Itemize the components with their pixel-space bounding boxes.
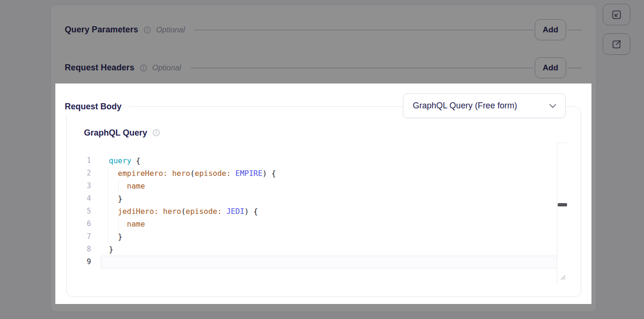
code-token-plain xyxy=(109,220,127,228)
dim-overlay-top xyxy=(0,0,644,84)
line-number: 4 xyxy=(76,192,91,205)
code-token-plain xyxy=(109,194,118,203)
code-line[interactable]: empireHero: hero(episode: EMPIRE) { xyxy=(101,167,567,180)
chevron-down-icon xyxy=(549,104,556,108)
code-token-plain xyxy=(109,182,127,190)
page-background: { "sections": { "query_params": { "title… xyxy=(0,0,644,319)
code-line[interactable] xyxy=(101,256,567,268)
line-number: 5 xyxy=(76,205,91,218)
code-line[interactable]: } xyxy=(101,192,567,205)
body-type-select[interactable]: GraphQL Query (Free form) xyxy=(403,93,566,118)
code-token-property: hero xyxy=(163,207,182,216)
code-token-plain xyxy=(159,207,163,216)
code-token-plain xyxy=(131,156,136,165)
code-token-punct: } xyxy=(118,232,122,241)
code-token-enum: EMPIRE xyxy=(235,169,263,178)
line-number: 9 xyxy=(76,256,91,268)
line-number: 3 xyxy=(76,180,91,192)
code-token-punct: ( xyxy=(190,169,195,178)
graphql-query-label-row: GraphQL Query xyxy=(84,128,160,138)
line-number: 2 xyxy=(76,167,91,180)
dim-overlay-bottom xyxy=(0,304,644,319)
code-token-plain xyxy=(109,232,118,241)
code-token-punct: ) xyxy=(263,169,267,178)
editor-gutter: 123456789 xyxy=(76,154,91,268)
code-token-plain xyxy=(109,207,118,216)
scrollbar-thumb[interactable] xyxy=(558,203,567,206)
section-request-body: Request Body GraphQL Query 123456789 que… xyxy=(66,106,581,297)
editor-scrollbar[interactable] xyxy=(557,143,567,283)
graphql-query-label: GraphQL Query xyxy=(84,128,147,138)
code-token-plain xyxy=(167,169,172,178)
code-token-plain xyxy=(109,169,118,178)
code-line[interactable]: name xyxy=(101,218,567,230)
request-body-title-text: Request Body xyxy=(65,102,121,112)
dim-overlay-right xyxy=(591,84,644,304)
resize-handle-icon[interactable] xyxy=(560,273,566,282)
code-token-property: episode: xyxy=(186,207,222,216)
code-line[interactable]: jediHero: hero(episode: JEDI) { xyxy=(101,205,567,218)
code-token-punct: ( xyxy=(181,207,186,216)
code-token-property: jediHero: xyxy=(118,207,159,216)
body-type-selected-value: GraphQL Query (Free form) xyxy=(413,101,517,111)
dim-overlay-left xyxy=(0,84,55,304)
code-line[interactable]: } xyxy=(101,243,567,256)
code-token-punct: { xyxy=(272,169,276,178)
code-token-punct: } xyxy=(109,245,114,254)
code-token-enum: JEDI xyxy=(226,207,244,216)
code-token-plain xyxy=(249,207,254,216)
code-token-property: episode: xyxy=(195,169,231,178)
code-token-punct: { xyxy=(136,156,141,165)
code-token-property: name xyxy=(127,182,145,190)
graphql-query-editor[interactable]: 123456789 query { empireHero: hero(episo… xyxy=(76,143,567,283)
code-token-punct: { xyxy=(253,207,258,216)
code-token-property: name xyxy=(127,220,145,228)
code-line[interactable]: query { xyxy=(101,154,567,167)
code-line[interactable]: } xyxy=(101,230,567,243)
code-line[interactable]: name xyxy=(101,180,567,192)
code-token-keyword: query xyxy=(109,156,131,165)
line-number: 7 xyxy=(76,230,91,243)
line-number: 1 xyxy=(76,154,91,167)
editor-code[interactable]: query { empireHero: hero(episode: EMPIRE… xyxy=(101,154,567,268)
line-number: 8 xyxy=(76,243,91,256)
code-token-punct: } xyxy=(118,194,122,203)
code-token-plain xyxy=(231,169,235,178)
info-icon[interactable] xyxy=(152,129,160,137)
line-number: 6 xyxy=(76,218,91,230)
code-token-plain xyxy=(267,169,272,178)
code-token-punct: ) xyxy=(244,207,249,216)
request-body-title: Request Body xyxy=(64,99,129,114)
code-token-property: empireHero: xyxy=(118,169,167,178)
code-token-property: hero xyxy=(172,169,190,178)
